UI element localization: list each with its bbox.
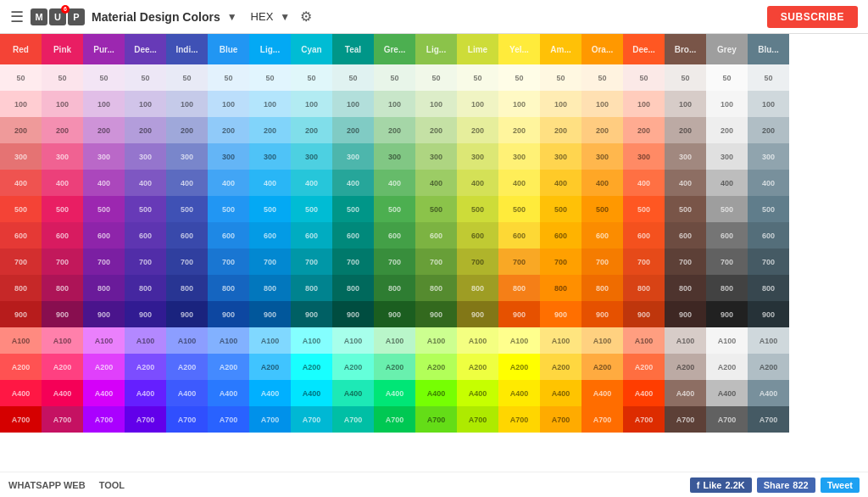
color-cell[interactable]: 800	[291, 275, 332, 301]
color-cell[interactable]: A700	[457, 406, 498, 433]
color-cell[interactable]: 900	[540, 301, 581, 327]
color-cell[interactable]: A200	[125, 354, 166, 380]
color-cell[interactable]: 800	[498, 275, 540, 301]
color-cell[interactable]: 500	[332, 196, 374, 222]
color-cell[interactable]: A700	[748, 406, 789, 433]
color-cell[interactable]: 100	[42, 91, 83, 117]
color-header-cell[interactable]: Grey	[706, 34, 748, 64]
color-cell[interactable]: 400	[748, 170, 789, 196]
color-cell[interactable]: 700	[457, 248, 498, 275]
color-cell[interactable]: A700	[540, 406, 581, 433]
color-cell[interactable]: 50	[581, 64, 623, 91]
color-cell[interactable]: A400	[665, 380, 706, 406]
color-cell[interactable]: A700	[0, 406, 42, 433]
color-cell[interactable]: 100	[498, 91, 540, 117]
twitter-tweet-button[interactable]: Tweet	[821, 477, 860, 493]
color-cell[interactable]: 200	[166, 117, 208, 143]
color-cell[interactable]: A400	[208, 380, 249, 406]
color-cell[interactable]: 300	[291, 143, 332, 170]
color-cell[interactable]: 300	[581, 143, 623, 170]
color-header-cell[interactable]: Blu...	[748, 34, 789, 64]
color-cell[interactable]: A100	[83, 327, 125, 354]
color-cell[interactable]: 500	[748, 196, 789, 222]
color-header-cell[interactable]: Am...	[540, 34, 581, 64]
color-cell[interactable]: A200	[623, 354, 665, 380]
color-cell[interactable]: 800	[457, 275, 498, 301]
color-cell[interactable]: A400	[706, 380, 748, 406]
color-cell[interactable]: A100	[166, 327, 208, 354]
color-cell[interactable]: A700	[415, 406, 457, 433]
color-cell[interactable]: A200	[415, 354, 457, 380]
color-cell[interactable]: 400	[125, 170, 166, 196]
color-cell[interactable]: 50	[291, 64, 332, 91]
color-cell[interactable]: 100	[83, 91, 125, 117]
color-cell[interactable]: A400	[581, 380, 623, 406]
color-cell[interactable]: 800	[166, 275, 208, 301]
color-cell[interactable]: 100	[748, 91, 789, 117]
color-header-cell[interactable]: Blue	[208, 34, 249, 64]
color-cell[interactable]: A100	[125, 327, 166, 354]
color-cell[interactable]: 400	[706, 170, 748, 196]
color-cell[interactable]: 100	[249, 91, 291, 117]
color-cell[interactable]: 300	[166, 143, 208, 170]
color-cell[interactable]: 600	[706, 222, 748, 248]
color-cell[interactable]: 600	[166, 222, 208, 248]
color-cell[interactable]: 900	[498, 301, 540, 327]
color-cell[interactable]: 800	[0, 275, 42, 301]
color-cell[interactable]: 400	[166, 170, 208, 196]
color-cell[interactable]: 900	[208, 301, 249, 327]
color-cell[interactable]: A200	[665, 354, 706, 380]
color-cell[interactable]: 700	[498, 248, 540, 275]
color-cell[interactable]: 600	[83, 222, 125, 248]
color-cell[interactable]: A400	[457, 380, 498, 406]
color-cell[interactable]: A100	[748, 327, 789, 354]
color-cell[interactable]: 500	[706, 196, 748, 222]
color-cell[interactable]: 900	[125, 301, 166, 327]
color-cell[interactable]: 900	[665, 301, 706, 327]
color-cell[interactable]: 400	[291, 170, 332, 196]
color-cell[interactable]: 50	[498, 64, 540, 91]
color-cell[interactable]: 200	[581, 117, 623, 143]
color-cell[interactable]: 100	[332, 91, 374, 117]
color-cell[interactable]: A400	[540, 380, 581, 406]
color-cell[interactable]: 300	[249, 143, 291, 170]
color-cell[interactable]: 200	[332, 117, 374, 143]
color-cell[interactable]: 500	[166, 196, 208, 222]
color-cell[interactable]: 300	[208, 143, 249, 170]
color-cell[interactable]: A100	[623, 327, 665, 354]
color-cell[interactable]: 600	[665, 222, 706, 248]
color-header-cell[interactable]: Red	[0, 34, 42, 64]
title-dropdown-icon[interactable]: ▼	[227, 11, 237, 23]
color-cell[interactable]: A400	[249, 380, 291, 406]
color-header-cell[interactable]: Yel...	[498, 34, 540, 64]
color-cell[interactable]: 800	[374, 275, 415, 301]
color-cell[interactable]: 900	[706, 301, 748, 327]
color-cell[interactable]: 300	[374, 143, 415, 170]
color-cell[interactable]: A100	[42, 327, 83, 354]
color-header-cell[interactable]: Cyan	[291, 34, 332, 64]
color-cell[interactable]: 300	[498, 143, 540, 170]
color-cell[interactable]: 100	[166, 91, 208, 117]
color-cell[interactable]: 500	[498, 196, 540, 222]
color-cell[interactable]: A700	[665, 406, 706, 433]
color-cell[interactable]: 400	[249, 170, 291, 196]
color-cell[interactable]: 500	[291, 196, 332, 222]
color-cell[interactable]: A700	[706, 406, 748, 433]
color-cell[interactable]: A400	[83, 380, 125, 406]
color-cell[interactable]: 500	[581, 196, 623, 222]
color-cell[interactable]: 600	[415, 222, 457, 248]
color-header-cell[interactable]: Bro...	[665, 34, 706, 64]
color-cell[interactable]: A700	[125, 406, 166, 433]
color-cell[interactable]: 50	[42, 64, 83, 91]
color-cell[interactable]: 500	[665, 196, 706, 222]
color-cell[interactable]: 200	[83, 117, 125, 143]
color-cell[interactable]: 400	[457, 170, 498, 196]
color-cell[interactable]: 100	[665, 91, 706, 117]
color-cell[interactable]: 300	[415, 143, 457, 170]
color-cell[interactable]: 800	[332, 275, 374, 301]
color-cell[interactable]: A400	[125, 380, 166, 406]
color-cell[interactable]: A200	[374, 354, 415, 380]
color-header-cell[interactable]: Ora...	[581, 34, 623, 64]
color-cell[interactable]: A700	[166, 406, 208, 433]
color-cell[interactable]: 50	[706, 64, 748, 91]
